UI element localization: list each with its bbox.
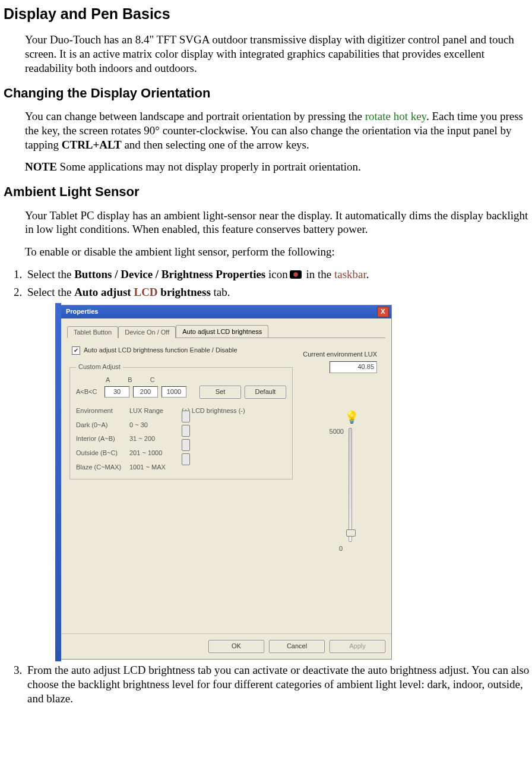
close-button[interactable]: X [377, 307, 389, 317]
input-a[interactable]: 30 [104, 386, 129, 398]
vslider-min: 0 [339, 545, 343, 553]
col-c: C [150, 376, 155, 384]
section-heading-orientation: Changing the Display Orientation [4, 85, 532, 102]
row-dark: Dark (0~A) 0 ~ 30 [76, 421, 286, 430]
hdr-environment: Environment [76, 407, 129, 415]
step-1: Select the Buttons / Device / Brightness… [25, 267, 532, 282]
window-border [55, 303, 61, 661]
ambient-paragraph: Your Tablet PC display has an ambient li… [25, 209, 532, 237]
col-b: B [128, 376, 132, 384]
env-label: Interior (A~B) [76, 435, 129, 443]
tab-tablet-button[interactable]: Tablet Button [67, 326, 118, 339]
input-c[interactable]: 1000 [162, 386, 186, 398]
dialog-title: Properties [66, 308, 377, 316]
tab-device-on-off[interactable]: Device On / Off [118, 326, 176, 339]
col-a: A [106, 376, 110, 384]
text: . [366, 268, 369, 280]
tab-auto-adjust-lcd[interactable]: Auto adjust LCD brightness [176, 325, 268, 338]
hdr-lux-range: LUX Range [129, 407, 182, 415]
properties-dialog: Properties X Tablet Button Device On / O… [61, 305, 392, 660]
apply-button[interactable]: Apply [330, 640, 385, 653]
orientation-paragraph: You can change between landscape and por… [25, 109, 532, 152]
ok-button[interactable]: OK [208, 640, 264, 653]
bulb-icon: 💡 [344, 411, 356, 423]
taskbar-link[interactable]: taskbar [334, 268, 366, 280]
env-label: Blaze (C~MAX) [76, 463, 129, 472]
brightness-properties-icon [290, 270, 302, 279]
default-button[interactable]: Default [245, 386, 286, 399]
text: and then selecting one of the arrow keys… [122, 138, 309, 151]
abc-prefix: A<B<C [76, 388, 101, 396]
row-blaze: Blaze (C~MAX) 1001 ~ MAX [76, 463, 286, 472]
note-label: NOTE [25, 160, 57, 173]
row-interior: Interior (A~B) 31 ~ 200 [76, 435, 286, 443]
text: Select the [27, 268, 74, 280]
rotate-hot-key-link[interactable]: rotate hot key [365, 110, 426, 122]
text: You can change between landscape and por… [25, 110, 365, 122]
vslider-max: 5000 [330, 428, 344, 436]
page-title: Display and Pen Basics [4, 5, 532, 23]
ctrl-alt-text: CTRL+ALT [62, 138, 122, 151]
row-outside: Outside (B~C) 201 ~ 1000 [76, 449, 286, 458]
range-label: 31 ~ 200 [129, 435, 182, 443]
range-label: 1001 ~ MAX [129, 463, 182, 472]
vslider-thumb[interactable] [346, 529, 356, 537]
tab-strip: Tablet Button Device On / Off Auto adjus… [67, 324, 385, 338]
note-text: Some applications may not display proper… [57, 160, 361, 173]
section-heading-ambient: Ambient Light Sensor [4, 184, 532, 200]
text: brightness [158, 286, 211, 298]
custom-adjust-legend: Custom Adjust [76, 363, 123, 371]
cancel-button[interactable]: Cancel [269, 640, 325, 653]
text: Auto adjust [74, 286, 134, 298]
hdr-lcd-brightness: (+) LCD brightness (-) [182, 407, 286, 415]
text: icon [265, 268, 287, 280]
lcd-link[interactable]: LCD [134, 286, 157, 298]
step-2: Select the Auto adjust LCD brightness ta… [25, 285, 532, 660]
text: Select the [27, 286, 74, 298]
text: tab. [211, 286, 230, 298]
env-label: Dark (0~A) [76, 421, 129, 430]
step-3: From the auto adjust LCD brightness tab … [25, 663, 532, 705]
note-paragraph: NOTE Some applications may not display p… [25, 160, 532, 174]
auto-adjust-checkbox-label: Auto adjust LCD brightness function Enab… [84, 346, 238, 355]
range-label: 0 ~ 30 [129, 421, 182, 430]
lux-vertical-slider[interactable]: 💡 5000 0 [330, 411, 371, 554]
intro-paragraph: Your Duo-Touch has an 8.4" TFT SVGA outd… [25, 33, 532, 75]
input-b[interactable]: 200 [133, 386, 158, 398]
text: in the [303, 268, 334, 280]
enable-paragraph: To enable or disable the ambient light s… [25, 245, 532, 259]
titlebar: Properties X [61, 305, 391, 318]
env-label: Outside (B~C) [76, 449, 129, 458]
range-label: 201 ~ 1000 [129, 449, 182, 458]
current-lux-value: 40.85 [330, 361, 377, 373]
custom-adjust-group: Custom Adjust A B C A<B<C 30 200 1000 [69, 363, 293, 479]
set-button[interactable]: Set [200, 386, 241, 399]
current-lux-label: Current environment LUX [303, 351, 377, 359]
auto-adjust-checkbox[interactable]: ✔ [72, 346, 80, 355]
properties-icon-name: Buttons / Device / Brightness Properties [74, 268, 265, 280]
